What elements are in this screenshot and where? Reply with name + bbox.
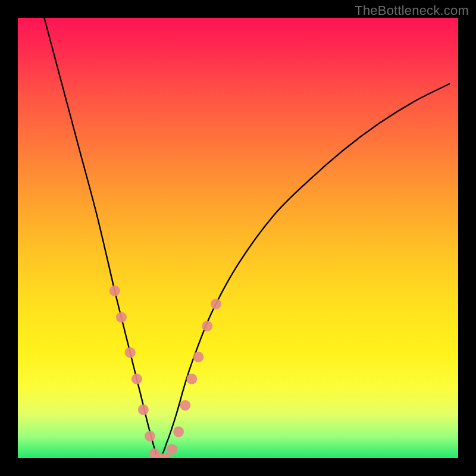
bottleneck-curve-path [44,18,449,458]
highlight-dot [145,431,155,441]
watermark-text: TheBottleneck.com [355,3,469,18]
highlight-dot [193,352,203,362]
highlight-dot [173,427,184,437]
highlight-dot [186,374,197,384]
highlight-dot [211,299,221,309]
bottleneck-curve [44,18,449,458]
highlight-markers [109,286,221,458]
highlight-dot [202,321,212,331]
highlight-dot [180,400,190,411]
highlight-dot [131,374,142,384]
curve-layer [18,18,458,458]
chart-frame: TheBottleneck.com [0,0,476,476]
highlight-dot [125,347,136,358]
plot-area [18,18,458,458]
highlight-dot [138,405,149,415]
highlight-dot [109,286,120,296]
highlight-dot [167,444,177,455]
highlight-dot [116,312,127,322]
